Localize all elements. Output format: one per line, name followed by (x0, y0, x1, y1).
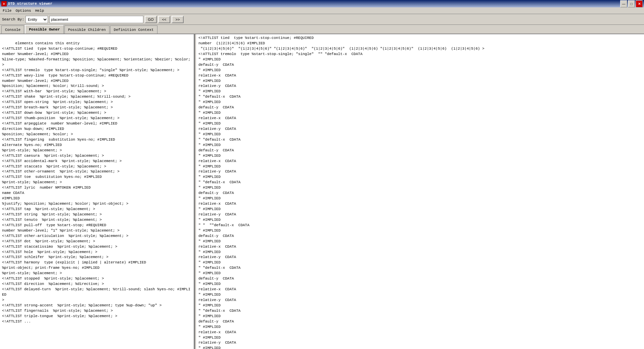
tab-definition-context-label: Definition Context (114, 28, 154, 32)
left-panel-content[interactable]: elements contains this entity <!ATTLIST … (0, 34, 194, 349)
app-icon: D (1, 1, 7, 6)
left-text: <!ATTLIST tied type %start-stop-continue… (2, 47, 193, 323)
search-label: Search By: (2, 17, 24, 21)
tab-possible-owner[interactable]: Possible Owner (25, 25, 63, 34)
left-panel: elements contains this entity <!ATTLIST … (0, 34, 195, 349)
tab-possible-children[interactable]: Possible Children (64, 26, 109, 34)
menu-file[interactable]: File (1, 8, 13, 13)
tabs-bar: Console Possible Owner Possible Children… (0, 25, 644, 34)
search-type-dropdown[interactable]: Entity Element Attribute (26, 16, 48, 23)
go-button[interactable]: GO (145, 16, 157, 23)
title-bar-left: D DTD structure viewer (1, 1, 52, 6)
app-title: DTD structure viewer (8, 2, 52, 6)
prev-button[interactable]: << (158, 16, 170, 23)
tab-definition-context[interactable]: Definition Context (110, 26, 157, 34)
maximize-button[interactable]: □ (628, 0, 635, 7)
search-input[interactable] (49, 16, 143, 23)
right-panel: <!ATTLIST tied type %start-stop-continue… (196, 34, 644, 349)
close-button[interactable]: ✕ (636, 0, 643, 7)
main-content: elements contains this entity <!ATTLIST … (0, 34, 644, 349)
left-header: elements contains this entity (15, 41, 80, 45)
tab-console-label: Console (5, 28, 20, 32)
right-text-content: <!ATTLIST tied type %start-stop-continue… (198, 36, 485, 349)
tab-possible-owner-label: Possible Owner (29, 28, 60, 32)
tab-possible-children-label: Possible Children (68, 28, 106, 32)
tab-console[interactable]: Console (1, 26, 24, 34)
right-panel-content[interactable]: <!ATTLIST tied type %start-stop-continue… (196, 34, 644, 349)
menu-help[interactable]: Help (33, 8, 46, 13)
search-bar: Search By: Entity Element Attribute GO <… (0, 14, 644, 25)
menu-options[interactable]: Options (13, 8, 33, 13)
next-button[interactable]: >> (172, 16, 184, 23)
title-bar: D DTD structure viewer — □ ✕ (0, 0, 644, 7)
right-panel-inner: <!ATTLIST tied type %start-stop-continue… (196, 34, 644, 349)
menu-bar: File Options Help (0, 7, 644, 14)
minimize-button[interactable]: — (620, 0, 627, 7)
title-bar-controls: — □ ✕ (620, 0, 643, 7)
